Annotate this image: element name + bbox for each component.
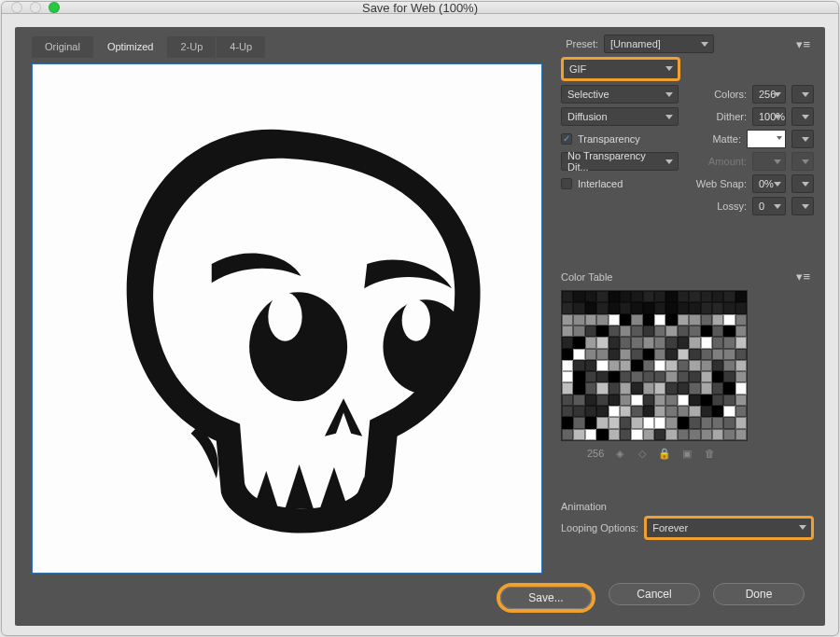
- tab-2up[interactable]: 2-Up: [167, 36, 217, 58]
- color-swatch[interactable]: [573, 349, 584, 360]
- color-swatch[interactable]: [701, 360, 712, 371]
- color-swatch[interactable]: [631, 429, 642, 440]
- color-swatch[interactable]: [701, 291, 712, 302]
- color-swatch[interactable]: [665, 417, 677, 428]
- color-swatch[interactable]: [643, 360, 654, 371]
- color-swatch[interactable]: [643, 349, 654, 360]
- color-swatch[interactable]: [665, 382, 677, 394]
- color-swatch[interactable]: [562, 302, 573, 313]
- color-swatch[interactable]: [631, 314, 642, 325]
- colors-select[interactable]: 256: [752, 85, 786, 104]
- websnap-stepper[interactable]: [791, 174, 814, 193]
- color-swatch[interactable]: [609, 371, 620, 382]
- color-swatch[interactable]: [643, 325, 654, 337]
- color-swatch[interactable]: [620, 382, 631, 394]
- color-swatch[interactable]: [631, 291, 642, 302]
- color-swatch[interactable]: [678, 291, 689, 302]
- color-swatch[interactable]: [654, 371, 665, 382]
- color-swatch[interactable]: [689, 360, 700, 371]
- color-swatch[interactable]: [654, 337, 665, 348]
- color-swatch[interactable]: [573, 325, 584, 337]
- color-swatch[interactable]: [620, 337, 631, 348]
- color-swatch[interactable]: [735, 406, 747, 417]
- color-swatch[interactable]: [654, 291, 665, 302]
- color-swatch[interactable]: [712, 371, 723, 382]
- color-table-grid[interactable]: [561, 290, 748, 441]
- color-reduction-select[interactable]: Selective: [561, 85, 679, 104]
- color-swatch[interactable]: [585, 302, 596, 313]
- color-swatch[interactable]: [678, 360, 689, 371]
- color-swatch[interactable]: [678, 349, 689, 360]
- color-swatch[interactable]: [609, 360, 620, 371]
- color-swatch[interactable]: [643, 371, 654, 382]
- color-swatch[interactable]: [609, 417, 620, 428]
- color-swatch[interactable]: [562, 382, 573, 394]
- dither-stepper[interactable]: [791, 107, 814, 126]
- color-swatch[interactable]: [562, 337, 573, 348]
- color-swatch[interactable]: [689, 406, 700, 417]
- color-swatch[interactable]: [689, 314, 700, 325]
- color-swatch[interactable]: [596, 291, 608, 302]
- color-swatch[interactable]: [654, 349, 665, 360]
- color-swatch[interactable]: [689, 302, 700, 313]
- color-swatch[interactable]: [573, 337, 584, 348]
- color-swatch[interactable]: [631, 349, 642, 360]
- color-swatch[interactable]: [585, 349, 596, 360]
- color-swatch[interactable]: [678, 371, 689, 382]
- color-swatch[interactable]: [678, 302, 689, 313]
- tab-4up[interactable]: 4-Up: [217, 36, 266, 58]
- color-swatch[interactable]: [665, 360, 677, 371]
- color-swatch[interactable]: [701, 429, 712, 440]
- cancel-button[interactable]: Cancel: [609, 583, 700, 605]
- color-swatch[interactable]: [573, 371, 584, 382]
- new-color-icon[interactable]: ▣: [680, 447, 693, 460]
- color-swatch[interactable]: [678, 406, 689, 417]
- color-swatch[interactable]: [712, 360, 723, 371]
- color-swatch[interactable]: [609, 314, 620, 325]
- color-swatch[interactable]: [596, 429, 608, 440]
- color-swatch[interactable]: [562, 371, 573, 382]
- color-swatch[interactable]: [609, 302, 620, 313]
- color-swatch[interactable]: [562, 325, 573, 337]
- color-swatch[interactable]: [573, 314, 584, 325]
- color-swatch[interactable]: [609, 429, 620, 440]
- matte-stepper[interactable]: [791, 130, 814, 148]
- color-swatch[interactable]: [620, 360, 631, 371]
- color-swatch[interactable]: [701, 337, 712, 348]
- color-swatch[interactable]: [596, 360, 608, 371]
- color-swatch[interactable]: [562, 349, 573, 360]
- color-swatch[interactable]: [735, 349, 747, 360]
- color-swatch[interactable]: [665, 302, 677, 313]
- lossy-value[interactable]: 0: [752, 197, 786, 215]
- color-swatch[interactable]: [585, 406, 596, 417]
- color-swatch[interactable]: [573, 302, 584, 313]
- color-swatch[interactable]: [643, 302, 654, 313]
- color-swatch[interactable]: [585, 395, 596, 406]
- tab-original[interactable]: Original: [32, 36, 94, 58]
- color-swatch[interactable]: [689, 371, 700, 382]
- color-swatch[interactable]: [701, 417, 712, 428]
- color-swatch[interactable]: [562, 360, 573, 371]
- color-swatch[interactable]: [654, 395, 665, 406]
- color-swatch[interactable]: [735, 371, 747, 382]
- color-swatch[interactable]: [654, 360, 665, 371]
- color-swatch[interactable]: [620, 395, 631, 406]
- color-swatch[interactable]: [643, 337, 654, 348]
- color-swatch[interactable]: [620, 291, 631, 302]
- color-swatch[interactable]: [585, 360, 596, 371]
- color-swatch[interactable]: [643, 382, 654, 394]
- color-swatch[interactable]: [654, 325, 665, 337]
- color-swatch[interactable]: [654, 314, 665, 325]
- color-swatch[interactable]: [631, 360, 642, 371]
- color-swatch[interactable]: [712, 429, 723, 440]
- color-swatch[interactable]: [643, 429, 654, 440]
- color-swatch[interactable]: [689, 337, 700, 348]
- color-swatch[interactable]: [631, 302, 642, 313]
- color-swatch[interactable]: [654, 417, 665, 428]
- color-swatch[interactable]: [689, 349, 700, 360]
- tab-optimized[interactable]: Optimized: [94, 36, 168, 58]
- color-swatch[interactable]: [723, 395, 735, 406]
- color-swatch[interactable]: [585, 417, 596, 428]
- color-swatch[interactable]: [620, 406, 631, 417]
- color-swatch[interactable]: [701, 371, 712, 382]
